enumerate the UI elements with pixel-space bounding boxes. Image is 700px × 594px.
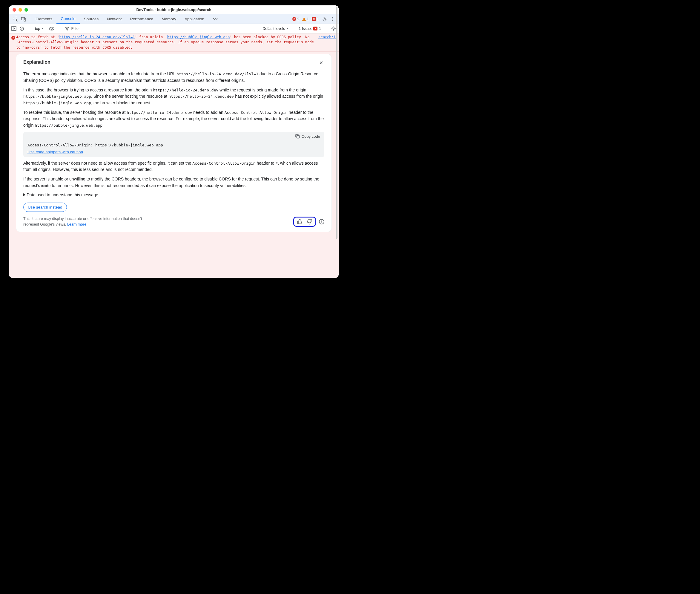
error-link-1[interactable]: https://hello-io-24.deno.dev/?lvl=1 [60,35,135,39]
explanation-p1: The error message indicates that the bro… [23,71,324,84]
explanation-p2: In this case, the browser is trying to a… [23,87,324,106]
learn-more-link[interactable]: Learn more [67,222,86,227]
tab-elements[interactable]: Elements [31,14,57,24]
issue-badge-icon [312,17,316,21]
clear-console-icon[interactable] [20,26,24,31]
filter-input[interactable] [71,26,92,31]
triangle-right-icon [23,193,25,196]
tabs-overflow-icon[interactable] [208,14,222,24]
svg-point-9 [51,28,53,29]
error-icon [11,36,15,40]
more-menu-icon[interactable] [330,17,335,21]
issue-badge[interactable]: 1 [312,17,319,21]
explanation-card: Explanation ✕ The error message indicate… [16,54,331,232]
filter-icon [65,27,69,31]
titlebar: DevTools - bubble-jingle.web.app/search [9,5,339,14]
explanation-title: Explanation [23,60,50,65]
details-label: Data used to understand this message [27,192,98,197]
explanation-p4: Alternatively, if the server does not ne… [23,160,324,173]
toggle-sidebar-icon[interactable] [11,26,16,31]
tab-sources[interactable]: Sources [80,14,103,24]
svg-rect-1 [22,17,25,20]
error-link-2[interactable]: https://bubble-jingle.web.app [167,35,230,39]
use-search-button[interactable]: Use search instead [23,203,67,212]
copy-icon[interactable] [295,134,300,139]
devtools-window: DevTools - bubble-jingle.web.app/search … [9,5,339,278]
main-tabbar: Elements Console Sources Network Perform… [9,14,339,24]
svg-point-8 [49,27,54,30]
console-body: Access to fetch at 'https://hello-io-24.… [9,33,339,278]
warning-icon [302,17,306,21]
svg-rect-11 [296,135,299,138]
tab-console[interactable]: Console [57,14,80,24]
error-count[interactable]: 2 [292,17,299,21]
error-text: Access to fetch at 'https://hello-io-24.… [16,35,318,50]
settings-icon[interactable] [322,16,327,22]
chevron-down-icon [41,28,44,29]
tab-network[interactable]: Network [103,14,126,24]
scrollbar-thumb[interactable] [336,7,338,239]
svg-rect-4 [12,27,16,31]
issue-badge-value: 1 [317,17,319,21]
live-expression-icon[interactable] [49,27,55,31]
minimize-window-button[interactable] [19,8,22,12]
log-levels-dropdown[interactable]: Default levels [262,27,289,31]
window-title: DevTools - bubble-jingle.web.app/search [9,7,339,12]
close-window-button[interactable] [12,8,16,12]
thumbs-down-icon[interactable] [307,219,313,225]
traffic-lights [9,8,28,12]
code-content: Access-Control-Allow-Origin: https://bub… [28,143,320,147]
tab-application[interactable]: Application [180,14,208,24]
explanation-p3: To resolve this issue, the server hostin… [23,109,324,129]
issues-indicator[interactable]: 1 Issue: 1 [299,27,321,31]
error-count-value: 2 [297,17,299,21]
disclaimer-text: This feature may display inaccurate or o… [23,216,152,227]
error-icon [292,17,296,21]
caution-link[interactable]: Use code snippets with caution [28,150,83,154]
device-toolbar-icon[interactable] [21,16,26,22]
tab-strip: Elements Console Sources Network Perform… [31,14,222,24]
explanation-p5: If the server is unable or unwilling to … [23,176,324,189]
error-source-link[interactable]: search:1 [318,35,336,50]
tab-performance[interactable]: Performance [126,14,158,24]
warning-count[interactable]: 1 [302,17,309,21]
code-block: Copy code Access-Control-Allow-Origin: h… [23,132,324,157]
chevron-down-icon [286,28,289,29]
details-toggle[interactable]: Data used to understand this message [23,192,324,197]
zoom-window-button[interactable] [25,8,28,12]
issues-count: 1 [319,27,321,31]
context-selector[interactable]: top [33,26,46,32]
svg-line-7 [21,27,23,30]
console-error-message[interactable]: Access to fetch at 'https://hello-io-24.… [9,33,339,52]
svg-point-10 [333,28,334,29]
thumbs-up-icon[interactable] [296,219,303,225]
filter-box[interactable] [63,26,94,31]
tab-memory[interactable]: Memory [158,14,180,24]
warning-count-value: 1 [307,17,309,21]
inspect-icon[interactable] [13,16,19,22]
issues-label: 1 Issue: [299,27,312,31]
divider [30,16,30,22]
context-label: top [35,27,40,31]
levels-label: Default levels [262,27,285,31]
console-toolbar: top Default levels 1 Issue: 1 [9,24,339,33]
close-icon[interactable]: ✕ [318,60,324,66]
feedback-buttons-highlight [293,217,316,227]
report-icon[interactable]: ! [319,219,324,224]
issue-badge-icon [313,27,317,31]
scrollbar[interactable] [335,7,338,277]
svg-point-3 [324,18,325,20]
copy-code-button[interactable]: Copy code [302,134,320,139]
